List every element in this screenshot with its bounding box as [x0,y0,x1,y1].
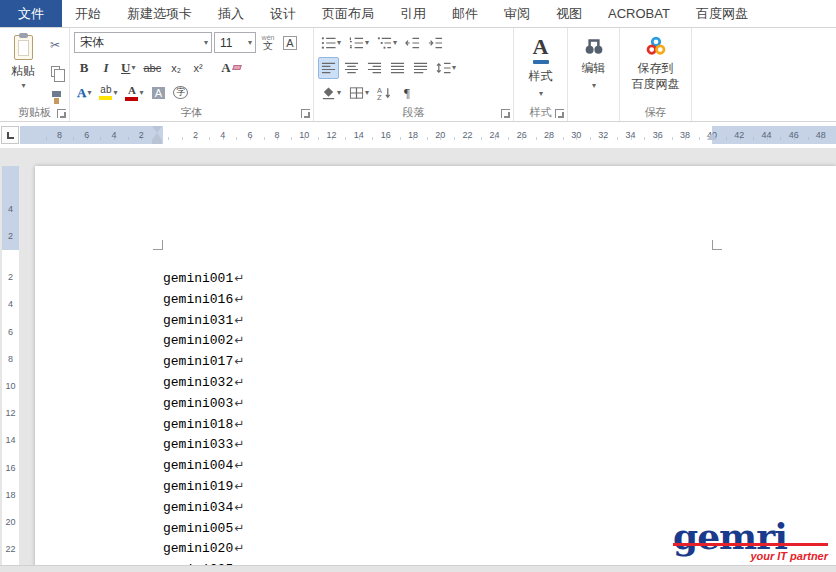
character-shading-button[interactable]: A [148,82,168,104]
svg-text:Z: Z [377,92,382,99]
first-line-indent-marker[interactable] [152,126,162,133]
text-line[interactable]: gemini005↵ [163,518,244,539]
shading-button[interactable]: ▾ [318,82,344,104]
ribbon-tab[interactable]: 开始 [62,0,114,27]
text-line[interactable]: gemini019↵ [163,476,244,497]
paste-clipboard-icon [14,35,33,60]
text-line[interactable]: gemini001↵ [163,268,244,289]
ribbon-tab[interactable]: 页面布局 [309,0,387,27]
horizontal-scrollbar[interactable] [0,565,836,572]
text-line[interactable]: gemini032↵ [163,372,244,393]
character-border-button[interactable]: A [280,32,300,54]
paragraph-mark-icon: ↵ [234,333,244,347]
increase-indent-button[interactable] [425,32,446,54]
borders-button[interactable]: ▾ [346,82,372,104]
text-line[interactable]: gemini018↵ [163,414,244,435]
ruler-number: 18 [399,126,426,144]
chevron-down-icon: ▾ [365,39,369,47]
format-painter-icon [54,98,59,104]
text-line[interactable]: gemini033↵ [163,434,244,455]
align-right-button[interactable] [364,57,385,79]
strikethrough-button[interactable]: abc [140,57,164,79]
pilcrow-icon: ¶ [404,86,410,99]
phonetic-guide-button[interactable]: wén 文 [258,32,278,54]
distribute-button[interactable] [410,57,431,79]
ribbon-tab[interactable]: ACROBAT [595,0,683,27]
ribbon-tab[interactable]: 引用 [387,0,439,27]
tab-file[interactable]: 文件 [0,0,62,27]
multilevel-list-icon [377,36,392,50]
hanging-indent-marker[interactable] [152,133,162,140]
text-line[interactable]: gemini016↵ [163,289,244,310]
italic-button[interactable]: I [96,57,116,79]
decrease-indent-button[interactable] [402,32,423,54]
left-indent-marker[interactable] [152,140,162,144]
ribbon-tab[interactable]: 邮件 [439,0,491,27]
group-paragraph: ▾ ▾ ▾ ▾ ▾ ▾ AZ ¶ 段落 [314,28,514,121]
document-page[interactable]: gemini001↵ gemini016↵ gemini031↵ gemini0… [35,166,836,572]
editing-button[interactable]: 编辑▾ [572,30,615,106]
show-hide-marks-button[interactable]: ¶ [397,82,417,104]
paragraph-mark-icon: ↵ [234,500,244,514]
multilevel-list-button[interactable]: ▾ [374,32,400,54]
align-left-button[interactable] [318,57,339,79]
copy-button[interactable] [45,60,65,82]
ribbon-tab[interactable]: 插入 [205,0,257,27]
text-line[interactable]: gemini031↵ [163,310,244,331]
enclose-characters-button[interactable]: 字 [170,82,191,104]
chevron-down-icon: ▾ [113,89,117,97]
save-to-baidu-button[interactable]: 保存到百度网盘 [624,30,687,106]
clipboard-dialog-launcher-icon[interactable] [57,109,66,118]
line-spacing-button[interactable]: ▾ [433,57,459,79]
underline-button[interactable]: U▾ [118,57,138,79]
text-line[interactable]: gemini003↵ [163,393,244,414]
align-right-icon [367,61,382,75]
highlight-color-button[interactable]: ab▾ [96,82,120,104]
bold-button[interactable]: B [74,57,94,79]
paragraph-dialog-launcher-icon[interactable] [501,109,510,118]
paste-button[interactable]: 粘贴 ▾ [4,30,42,106]
ribbon-tab[interactable]: 设计 [257,0,309,27]
ribbon-tab[interactable]: 百度网盘 [683,0,761,27]
text-line[interactable]: gemini004↵ [163,455,244,476]
ribbon-tab[interactable]: 视图 [543,0,595,27]
font-name-combobox[interactable]: 宋体 ▾ [74,32,212,53]
subscript-button[interactable]: x₂ [166,57,186,79]
chevron-down-icon: ▾ [21,80,25,91]
text-line[interactable]: gemini020↵ [163,538,244,559]
font-size-combobox[interactable]: 11 ▾ [214,32,256,53]
styles-button[interactable]: A 样式▾ [518,30,563,106]
clear-formatting-button[interactable]: A [218,57,243,79]
word-window: 文件 开始 新建选项卡 插入 设计 页面布局 引用 邮件 审阅 视图 ACROB [0,0,836,572]
text-effects-button[interactable]: A▾ [74,82,94,104]
copy-icon [51,66,60,77]
line-text: gemini016 [163,292,233,307]
ruler-number: 14 [345,126,372,144]
text-line[interactable]: gemini034↵ [163,497,244,518]
ruler-bar: 8642246810121416182022242628303234363840… [0,122,836,148]
styles-dialog-launcher-icon[interactable] [555,109,564,118]
bullet-list-button[interactable]: ▾ [318,32,344,54]
text-line[interactable]: gemini002↵ [163,330,244,351]
shading-bucket-icon [321,86,336,100]
right-indent-marker[interactable] [707,133,717,140]
align-center-button[interactable] [341,57,362,79]
ruler-number: 16 [2,454,19,481]
text-line[interactable]: gemini017↵ [163,351,244,372]
chevron-down-icon: ▾ [139,89,143,97]
ruler-number: 4 [2,196,19,223]
cut-button[interactable]: ✂ [45,34,65,56]
sort-button[interactable]: AZ [374,82,395,104]
group-label-save: 保存 [620,105,691,120]
justify-icon [390,61,405,75]
ribbon-tab[interactable]: 新建选项卡 [114,0,205,27]
font-dialog-launcher-icon[interactable] [301,109,310,118]
numbered-list-button[interactable]: ▾ [346,32,372,54]
font-color-button[interactable]: A▾ [122,82,146,104]
ribbon-tab[interactable]: 审阅 [491,0,543,27]
horizontal-ruler[interactable]: 8642246810121416182022242628303234363840… [20,126,836,144]
tab-stop-selector[interactable] [1,126,19,144]
vertical-ruler[interactable]: 42 246810121416182022 [2,148,19,572]
superscript-button[interactable]: x² [188,57,208,79]
justify-button[interactable] [387,57,408,79]
